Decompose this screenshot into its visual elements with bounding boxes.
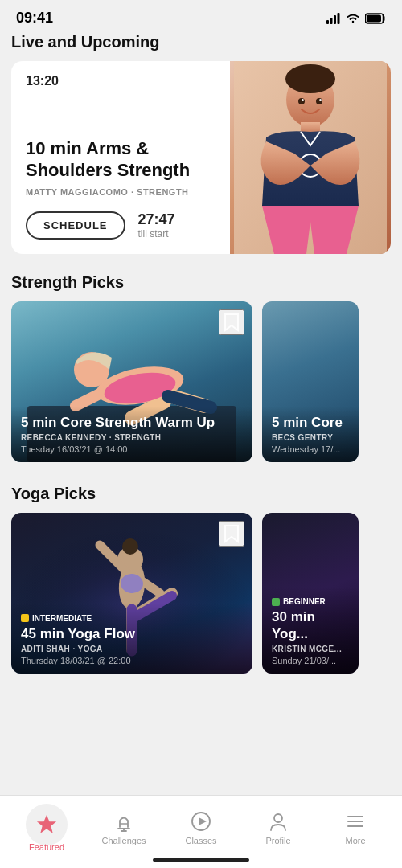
status-time: 09:41 — [16, 10, 53, 27]
yoga-card-2-meta: KRISTIN MCGE... — [272, 645, 349, 653]
status-icons — [326, 13, 386, 24]
svg-point-8 — [285, 64, 335, 93]
strength-cards-row[interactable]: 5 min Core Strength Warm Up REBECCA KENN… — [11, 301, 391, 465]
featured-icon — [36, 814, 57, 835]
featured-icon-wrap — [26, 804, 68, 845]
yoga-card-1-meta: ADITI SHAH · YOGA — [21, 645, 243, 653]
bookmark-button-1[interactable] — [219, 309, 244, 335]
live-card-time: 13:20 — [26, 74, 59, 88]
nav-featured[interactable]: Featured — [23, 804, 71, 852]
svg-point-12 — [316, 98, 322, 104]
live-card-meta: MATTY MAGGIACOMO · STRENGTH — [26, 187, 219, 197]
bottom-nav: Featured Challenges Classes — [0, 795, 402, 868]
signal-icon — [326, 13, 341, 24]
bookmark-button-yoga-1[interactable] — [219, 521, 244, 547]
yoga-card-2-title: 30 min Yog... — [272, 609, 349, 642]
strength-picks-title: Strength Picks — [11, 273, 391, 292]
status-bar: 09:41 — [0, 0, 402, 33]
yoga-card-1[interactable]: INTERMEDIATE 45 min Yoga Flow ADITI SHAH… — [11, 513, 252, 674]
countdown-time: 27:47 — [138, 211, 175, 228]
battery-icon — [365, 13, 386, 24]
yoga-card-2-overlay: BEGINNER 30 min Yog... KRISTIN MCGE... S… — [262, 587, 359, 674]
difficulty-dot-2 — [272, 598, 280, 606]
strength-card-2-meta: BECS GENTRY — [272, 433, 349, 442]
nav-profile-label: Profile — [265, 836, 290, 845]
strength-card-2-date: Wednesday 17/... — [272, 444, 349, 454]
main-content: Live and Upcoming — [0, 33, 402, 776]
strength-card-2-title: 5 min Core — [272, 415, 349, 431]
live-section-title: Live and Upcoming — [11, 33, 391, 51]
difficulty-dot-1 — [21, 614, 29, 622]
svg-point-14 — [319, 99, 322, 101]
strength-card-1-meta: REBECCA KENNEDY · STRENGTH — [21, 433, 243, 442]
nav-classes[interactable]: Classes — [177, 810, 225, 845]
nav-classes-label: Classes — [185, 836, 216, 845]
live-card-actions: SCHEDULE 27:47 till start — [26, 211, 219, 240]
yoga-card-1-date: Thursday 18/03/21 @ 22:00 — [21, 656, 243, 665]
nav-profile[interactable]: Profile — [254, 810, 302, 845]
svg-point-13 — [302, 99, 304, 101]
challenges-icon — [113, 810, 135, 833]
difficulty-badge-1: INTERMEDIATE — [21, 614, 92, 623]
strength-card-1-title: 5 min Core Strength Warm Up — [21, 415, 243, 431]
strength-card-1-date: Tuesday 16/03/21 @ 14:00 — [21, 444, 243, 454]
yoga-card-1-title: 45 min Yoga Flow — [21, 626, 243, 642]
countdown-label: till start — [138, 228, 169, 240]
svg-marker-40 — [199, 817, 207, 825]
nav-featured-label: Featured — [29, 842, 64, 852]
strength-card-2-overlay: 5 min Core BECS GENTRY Wednesday 17/... — [262, 407, 359, 462]
nav-challenges-label: Challenges — [101, 836, 146, 845]
yoga-card-2-date: Sunday 21/03/... — [272, 656, 349, 665]
svg-point-27 — [122, 538, 138, 555]
strength-card-1-overlay: 5 min Core Strength Warm Up REBECCA KENN… — [11, 407, 252, 462]
yoga-picks-section: Yoga Picks — [11, 485, 391, 677]
instructor-image — [230, 61, 391, 254]
instructor-silhouette — [234, 61, 387, 254]
svg-rect-0 — [326, 20, 329, 24]
yoga-picks-title: Yoga Picks — [11, 485, 391, 503]
nav-challenges[interactable]: Challenges — [100, 810, 148, 845]
difficulty-badge-2: BEGINNER — [272, 597, 326, 606]
live-card-title: 10 min Arms & Shoulders Strength — [26, 138, 219, 181]
strength-picks-section: Strength Picks — [11, 273, 391, 465]
live-section: Live and Upcoming — [11, 33, 391, 254]
svg-point-11 — [298, 98, 305, 104]
more-icon — [344, 810, 367, 833]
svg-rect-5 — [367, 14, 381, 22]
classes-icon — [190, 810, 212, 833]
home-indicator — [153, 858, 249, 862]
nav-more[interactable]: More — [331, 810, 379, 845]
strength-card-2[interactable]: 5 min Core BECS GENTRY Wednesday 17/... — [262, 301, 359, 462]
wifi-icon — [346, 13, 360, 24]
schedule-button[interactable]: SCHEDULE — [26, 211, 125, 240]
live-card-info: 10 min Arms & Shoulders Strength MATTY M… — [26, 90, 219, 240]
strength-card-1[interactable]: 5 min Core Strength Warm Up REBECCA KENN… — [11, 301, 252, 462]
yoga-card-1-overlay: INTERMEDIATE 45 min Yoga Flow ADITI SHAH… — [11, 603, 252, 674]
svg-marker-34 — [39, 817, 55, 832]
live-card: 13:20 10 min Arms & Shoulders Strength M… — [11, 61, 391, 254]
svg-rect-3 — [338, 13, 340, 24]
svg-rect-2 — [334, 15, 336, 24]
yoga-cards-row[interactable]: INTERMEDIATE 45 min Yoga Flow ADITI SHAH… — [11, 513, 391, 677]
profile-icon — [267, 810, 289, 833]
svg-point-41 — [274, 814, 282, 822]
nav-more-label: More — [345, 836, 365, 845]
svg-rect-1 — [330, 18, 333, 24]
till-start: 27:47 till start — [138, 211, 175, 240]
yoga-card-2[interactable]: BEGINNER 30 min Yog... KRISTIN MCGE... S… — [262, 513, 359, 674]
